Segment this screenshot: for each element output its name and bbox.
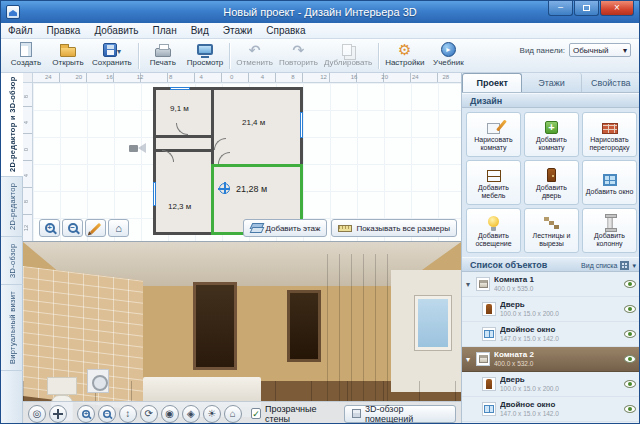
- room-area-label: 9,1 м: [170, 104, 189, 113]
- chevron-down-icon[interactable]: ▾: [632, 259, 636, 273]
- fit-home-button[interactable]: ⌂: [108, 219, 129, 237]
- add-column-button[interactable]: Добавить колонну: [582, 208, 637, 253]
- save-button[interactable]: ▾ Сохранить: [89, 40, 135, 71]
- list-item-double-window[interactable]: Двойное окно 147.0 x 15.0 x 142.0: [462, 322, 640, 347]
- maximize-button[interactable]: [574, 1, 599, 16]
- compass-button[interactable]: ◎: [28, 405, 46, 423]
- title-bar[interactable]: Новый проект - Дизайн Интерьера 3D – ×: [1, 1, 639, 23]
- menu-help[interactable]: Справка: [259, 23, 312, 38]
- plan-canvas[interactable]: 9,1 м 21,4 м 21,28 м 12,3 м ⌂ Добавить э…: [33, 83, 461, 241]
- walk-mode-button[interactable]: ◈: [182, 405, 200, 423]
- object-size: 400.0 x 532.0: [494, 360, 620, 368]
- draw-partition-button[interactable]: Нарисовать перегородку: [582, 112, 637, 157]
- right-panel: Проект Этажи Свойства Дизайн Нарисовать …: [461, 73, 640, 423]
- object-name: Двойное окно: [500, 325, 620, 335]
- visibility-eye-icon[interactable]: [624, 355, 636, 363]
- preview-button[interactable]: Просмотр: [184, 40, 227, 71]
- measure-button[interactable]: [85, 219, 106, 237]
- zoom-out-button[interactable]: [62, 219, 83, 237]
- zoom-in-3d-button[interactable]: [77, 405, 95, 423]
- floor-layers-icon: [250, 223, 262, 233]
- menu-view[interactable]: Вид: [184, 23, 216, 38]
- transparent-walls-checkbox[interactable]: ✓ Прозрачные стены: [251, 404, 339, 424]
- duplicate-button[interactable]: Дублировать: [321, 40, 375, 71]
- visibility-eye-icon[interactable]: [624, 405, 636, 413]
- tab-2d-3d-combined[interactable]: 2D-редактор и 3D-обзор: [1, 73, 23, 177]
- add-lighting-button[interactable]: Добавить освещение: [466, 208, 521, 253]
- print-button[interactable]: Печать: [142, 40, 184, 71]
- expander-icon[interactable]: ▾: [466, 355, 476, 364]
- list-view-label: Вид списка: [581, 259, 617, 273]
- list-item-door[interactable]: Дверь 100.0 x 15.0 x 200.0: [462, 297, 640, 322]
- visibility-eye-icon[interactable]: [624, 305, 636, 313]
- minimize-button[interactable]: –: [548, 1, 573, 16]
- menu-plan[interactable]: План: [146, 23, 184, 38]
- add-furniture-button[interactable]: Добавить мебель: [466, 160, 521, 205]
- viewport-3d[interactable]: ◎ ↕ ⟳ ◉ ◈ ☀ ⌂ ✓ Прозрачные стены 3D-обзо…: [23, 241, 461, 424]
- tab-project[interactable]: Проект: [462, 73, 522, 92]
- list-item-room-1[interactable]: ▾ Комната 1 400.0 x 535.0: [462, 272, 640, 297]
- pan-button[interactable]: [49, 405, 67, 423]
- visibility-eye-icon[interactable]: [624, 330, 636, 338]
- rooms-overview-button[interactable]: 3D-обзор помещений: [344, 405, 456, 423]
- window-marker[interactable]: [170, 87, 190, 90]
- objects-list: ▾ Комната 1 400.0 x 535.0 Дверь 100.0 x …: [462, 272, 640, 423]
- tab-floors[interactable]: Этажи: [522, 73, 581, 92]
- door-arc[interactable]: [176, 123, 188, 135]
- settings-button[interactable]: ⚙ Настройки: [382, 40, 427, 71]
- add-window-button[interactable]: Добавить окно: [582, 160, 637, 205]
- list-item-door[interactable]: Дверь 100.0 x 15.0 x 200.0: [462, 372, 640, 397]
- selection-crosshair-icon: [219, 183, 230, 194]
- window-marker[interactable]: [300, 112, 303, 138]
- camera-icon[interactable]: [129, 145, 138, 152]
- list-item-double-window[interactable]: Двойное окно 147.0 x 15.0 x 142.0: [462, 397, 640, 422]
- list-item-room-2-selected[interactable]: ▾ Комната 2 400.0 x 532.0: [462, 347, 640, 372]
- close-button[interactable]: ×: [600, 1, 634, 16]
- visibility-eye-icon[interactable]: [624, 380, 636, 388]
- stairs-openings-button[interactable]: Лестницы и вырезы: [524, 208, 579, 253]
- gear-icon: ⚙: [398, 42, 411, 57]
- floor-plan[interactable]: 9,1 м 21,4 м 21,28 м 12,3 м: [153, 87, 303, 235]
- add-room-button[interactable]: Добавить комнату: [524, 112, 579, 157]
- menu-add[interactable]: Добавить: [87, 23, 145, 38]
- zoom-out-3d-button[interactable]: [98, 405, 116, 423]
- menu-edit[interactable]: Правка: [40, 23, 88, 38]
- save-floppy-icon: [103, 43, 117, 57]
- scene-door: [193, 282, 237, 370]
- wall[interactable]: [156, 135, 214, 138]
- undo-button[interactable]: ↶ Отменить: [233, 40, 276, 71]
- draw-room-button[interactable]: Нарисовать комнату: [466, 112, 521, 157]
- show-all-sizes-button[interactable]: Показывать все размеры: [331, 219, 457, 237]
- tab-3d-view[interactable]: 3D-обзор: [1, 237, 23, 285]
- list-view-grid-icon[interactable]: [620, 261, 629, 270]
- tab-properties[interactable]: Свойства: [582, 73, 640, 92]
- look-around-button[interactable]: ◉: [161, 405, 179, 423]
- tab-2d-editor[interactable]: 2D-редактор: [1, 177, 23, 237]
- add-door-button[interactable]: Добавить дверь: [524, 160, 579, 205]
- redo-button[interactable]: ↷ Повторить: [276, 40, 321, 71]
- door-arc[interactable]: [214, 138, 226, 150]
- add-floor-label: Добавить этаж: [266, 224, 321, 233]
- orbit-button[interactable]: ⟳: [140, 405, 158, 423]
- open-button[interactable]: Открыть: [47, 40, 89, 71]
- show-all-sizes-label: Показывать все размеры: [356, 224, 450, 233]
- home-view-button[interactable]: ⌂: [224, 405, 242, 423]
- visibility-eye-icon[interactable]: [624, 280, 636, 288]
- panel-view-select[interactable]: Обычный ▾: [569, 43, 631, 57]
- zoom-in-button[interactable]: [39, 219, 60, 237]
- new-button[interactable]: Создать: [5, 40, 47, 71]
- save-dropdown-icon[interactable]: ▾: [117, 47, 121, 56]
- scene-door: [287, 290, 321, 362]
- new-label: Создать: [11, 58, 41, 67]
- bar-3d-tools: ◎ ↕ ⟳ ◉ ◈ ☀ ⌂ ✓ Прозрачные стены 3D-обзо…: [23, 401, 461, 424]
- tab-virtual-visit[interactable]: Виртуальный визит: [1, 285, 23, 371]
- tutorial-button[interactable]: ▸ Учебник: [427, 40, 469, 71]
- add-floor-button[interactable]: Добавить этаж: [243, 219, 328, 237]
- light-button[interactable]: ☀: [203, 405, 221, 423]
- menu-file[interactable]: Файл: [1, 23, 40, 38]
- menu-floors[interactable]: Этажи: [216, 23, 260, 38]
- door-arc[interactable]: [218, 152, 230, 164]
- window-marker[interactable]: [153, 182, 156, 206]
- elevation-button[interactable]: ↕: [119, 405, 137, 423]
- expander-icon[interactable]: ▾: [466, 280, 476, 289]
